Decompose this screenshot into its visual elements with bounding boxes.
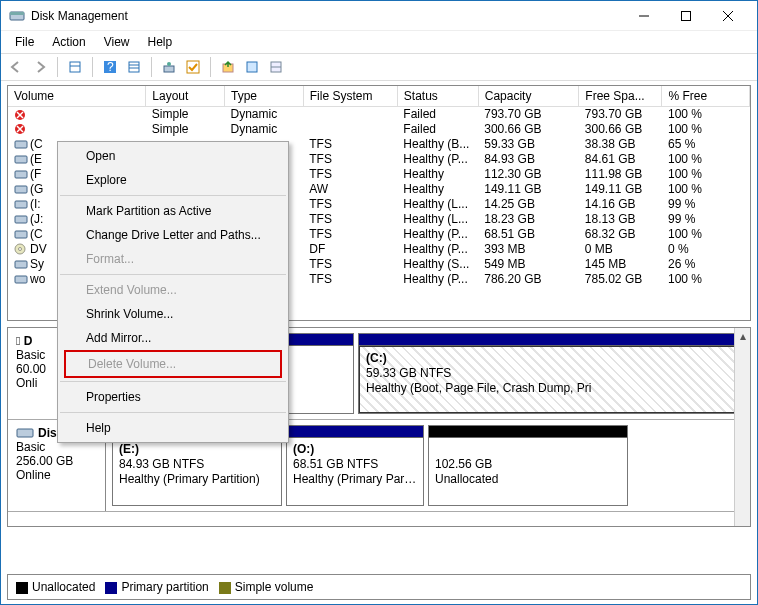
column-header[interactable]: Layout <box>146 86 225 106</box>
svg-rect-17 <box>247 62 257 72</box>
volume-icon <box>14 198 28 210</box>
menu-item-shrink-volume[interactable]: Shrink Volume... <box>58 302 288 326</box>
svg-point-14 <box>167 62 171 66</box>
toolbar-sep <box>57 57 58 77</box>
legend-primary: Primary partition <box>105 580 208 594</box>
column-header[interactable]: File System <box>303 86 397 106</box>
column-header[interactable]: % Free <box>662 86 750 106</box>
partition-bar <box>287 426 423 438</box>
partition-c[interactable]: (C:) 59.33 GB NTFS Healthy (Boot, Page F… <box>358 333 740 414</box>
svg-rect-26 <box>15 156 27 163</box>
column-header[interactable]: Capacity <box>478 86 579 106</box>
column-header[interactable]: Type <box>225 86 304 106</box>
action3-button[interactable] <box>265 56 287 78</box>
help-button[interactable]: ? <box>99 56 121 78</box>
disk-icon <box>16 426 34 440</box>
svg-rect-27 <box>15 171 27 178</box>
scrollbar[interactable]: ▴ <box>734 328 750 526</box>
volume-icon <box>14 213 28 225</box>
menu-item-format: Format... <box>58 247 288 271</box>
volume-row[interactable]: SimpleDynamicFailed300.66 GB300.66 GB100… <box>8 121 750 136</box>
menu-item-properties[interactable]: Properties <box>58 385 288 409</box>
menu-action[interactable]: Action <box>44 33 93 51</box>
refresh-button[interactable] <box>64 56 86 78</box>
menu-view[interactable]: View <box>96 33 138 51</box>
volume-icon <box>14 273 28 285</box>
svg-rect-13 <box>164 66 174 72</box>
menu-item-add-mirror[interactable]: Add Mirror... <box>58 326 288 350</box>
menu-item-delete-volume: Delete Volume... <box>64 350 282 378</box>
volume-icon <box>14 123 28 135</box>
svg-rect-34 <box>15 261 27 268</box>
svg-rect-1 <box>10 12 24 15</box>
scroll-up[interactable]: ▴ <box>735 328 750 344</box>
context-menu[interactable]: OpenExploreMark Partition as ActiveChang… <box>57 141 289 443</box>
partition[interactable]: (O:)68.51 GB NTFSHealthy (Primary Partit… <box>286 425 424 506</box>
svg-rect-3 <box>682 11 691 20</box>
menu-item-extend-volume: Extend Volume... <box>58 278 288 302</box>
wizard-button[interactable] <box>158 56 180 78</box>
legend-simple: Simple volume <box>219 580 314 594</box>
menu-file[interactable]: File <box>7 33 42 51</box>
legend-unallocated: Unallocated <box>16 580 95 594</box>
svg-rect-35 <box>15 276 27 283</box>
svg-rect-36 <box>17 429 33 437</box>
volume-icon <box>14 168 28 180</box>
menu-help[interactable]: Help <box>140 33 181 51</box>
app-icon <box>9 8 25 24</box>
column-header[interactable]: Volume <box>8 86 146 106</box>
forward-button[interactable] <box>29 56 51 78</box>
svg-point-33 <box>19 248 22 251</box>
window-controls <box>623 2 749 30</box>
menu-separator <box>60 412 286 413</box>
back-button[interactable] <box>5 56 27 78</box>
partition-bar <box>429 426 627 438</box>
partition-bar <box>359 334 739 346</box>
toolbar: ? <box>1 53 757 81</box>
toolbar-sep <box>151 57 152 77</box>
volume-icon <box>14 109 28 121</box>
menu-separator <box>60 381 286 382</box>
svg-rect-30 <box>15 216 27 223</box>
menu-bar: File Action View Help <box>1 31 757 53</box>
svg-rect-10 <box>129 62 139 72</box>
menu-item-change-drive-letter-and-paths[interactable]: Change Drive Letter and Paths... <box>58 223 288 247</box>
check-button[interactable] <box>182 56 204 78</box>
partition-body: (C:) 59.33 GB NTFS Healthy (Boot, Page F… <box>359 346 739 413</box>
settings-button[interactable] <box>123 56 145 78</box>
title-bar: Disk Management <box>1 1 757 31</box>
legend: Unallocated Primary partition Simple vol… <box>7 574 751 600</box>
volume-icon <box>14 243 28 255</box>
action2-button[interactable] <box>241 56 263 78</box>
svg-rect-15 <box>187 61 199 73</box>
menu-item-explore[interactable]: Explore <box>58 168 288 192</box>
disk-0-name:  <box>16 334 24 348</box>
volume-icon <box>14 258 28 270</box>
volume-icon <box>14 183 28 195</box>
disk-1-status: Online <box>16 468 97 482</box>
menu-separator <box>60 274 286 275</box>
minimize-button[interactable] <box>623 2 665 30</box>
svg-rect-25 <box>15 141 27 148</box>
action1-button[interactable] <box>217 56 239 78</box>
menu-item-help[interactable]: Help <box>58 416 288 440</box>
partition[interactable]: 102.56 GBUnallocated <box>428 425 628 506</box>
volume-icon <box>14 228 28 240</box>
column-header[interactable]: Free Spa... <box>579 86 662 106</box>
menu-separator <box>60 195 286 196</box>
svg-rect-6 <box>70 62 80 72</box>
toolbar-sep <box>92 57 93 77</box>
column-header-row[interactable]: VolumeLayoutTypeFile SystemStatusCapacit… <box>8 86 750 106</box>
svg-text:?: ? <box>107 60 114 74</box>
maximize-button[interactable] <box>665 2 707 30</box>
menu-item-mark-partition-as-active[interactable]: Mark Partition as Active <box>58 199 288 223</box>
column-header[interactable]: Status <box>397 86 478 106</box>
close-button[interactable] <box>707 2 749 30</box>
toolbar-sep <box>210 57 211 77</box>
volume-icon <box>14 153 28 165</box>
svg-rect-28 <box>15 186 27 193</box>
svg-rect-29 <box>15 201 27 208</box>
menu-item-open[interactable]: Open <box>58 144 288 168</box>
volume-row[interactable]: SimpleDynamicFailed793.70 GB793.70 GB100… <box>8 106 750 121</box>
volume-icon <box>14 138 28 150</box>
